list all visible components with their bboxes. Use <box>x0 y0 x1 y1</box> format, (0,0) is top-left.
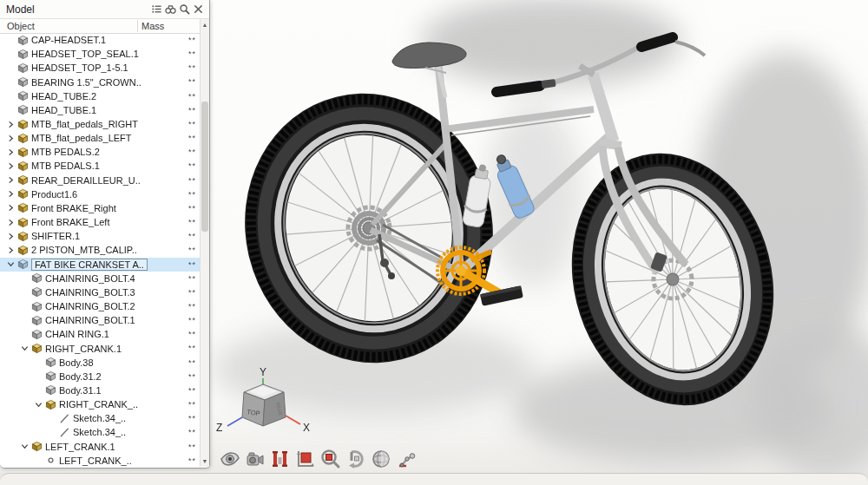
tree-row[interactable]: HEADSET_TOP_SEAL.1** <box>0 47 200 61</box>
tree-row[interactable]: HEAD_TUBE.2** <box>0 89 200 103</box>
tree-row[interactable]: FAT BIKE CRANKSET A..** <box>0 258 200 272</box>
list-icon[interactable] <box>150 2 164 16</box>
scroll-up-icon[interactable]: ▲ <box>201 19 209 30</box>
tree-row[interactable]: 2 PISTON_MTB_CALIP..** <box>0 243 200 257</box>
mass-value: ** <box>188 134 196 142</box>
pillars-icon <box>270 449 291 469</box>
tree-row[interactable]: Front BRAKE_Left** <box>0 215 200 229</box>
column-header-mass[interactable]: Mass <box>141 21 164 31</box>
tree-row[interactable]: CHAIN RING.1** <box>0 327 200 341</box>
tree-row-label: Body.31.2 <box>59 371 102 382</box>
mass-value: ** <box>188 344 196 352</box>
tree-row[interactable]: Body.31.2** <box>0 370 200 383</box>
globe-icon <box>371 449 391 469</box>
part-icon <box>44 384 57 396</box>
scroll-down-icon[interactable]: ▼ <box>201 456 209 467</box>
axis-y-label: Y <box>260 366 266 378</box>
tree-row[interactable]: CHAINRING_BOLT.4** <box>0 272 200 285</box>
mass-value: ** <box>188 260 196 269</box>
mass-value: ** <box>188 49 196 58</box>
tree-row[interactable]: CHAINRING_BOLT.2** <box>0 299 200 313</box>
tree-row[interactable]: SHIFTER.1** <box>0 229 200 243</box>
tree-row[interactable]: MTB_flat_pedals_RIGHT** <box>0 117 200 131</box>
tree-row[interactable]: HEAD_TUBE.1** <box>0 103 200 117</box>
tree-row[interactable]: REAR_DERAILLEUR_U..** <box>0 174 200 187</box>
camera-button[interactable] <box>244 447 266 471</box>
mass-value: ** <box>188 176 196 185</box>
tree-scrollbar[interactable]: ▲ ▼ <box>200 19 209 467</box>
tree-row[interactable]: Sketch.34_..** <box>0 425 200 439</box>
tree-row[interactable]: Front BRAKE_Right** <box>0 201 200 215</box>
part-icon <box>16 76 30 88</box>
eye-button[interactable] <box>219 447 241 471</box>
manipulator-button[interactable] <box>395 447 418 471</box>
tree-row-label: HEAD_TUBE.2 <box>31 91 96 102</box>
panel-titlebar: Model <box>0 0 209 19</box>
tree-row[interactable]: BEARING 1.5"_CROWN..** <box>0 75 200 88</box>
window-bottom-strip <box>0 473 868 485</box>
tree-row-label: MTB_flat_pedals_LEFT <box>31 133 132 143</box>
tree-row[interactable]: RIGHT_CRANK_..** <box>0 397 200 411</box>
expand-arrow-icon[interactable] <box>5 148 16 156</box>
tree-row[interactable]: CAP-HEADSET.1** <box>0 33 200 47</box>
part-icon <box>16 104 30 115</box>
tree-row[interactable]: Sketch.34_..** <box>0 411 200 425</box>
assembly-icon <box>16 147 30 158</box>
find-icon[interactable] <box>164 2 178 16</box>
tree-row-label: LEFT_CRANK.1 <box>45 442 115 452</box>
collapse-arrow-icon[interactable] <box>19 442 30 450</box>
tree-row-label: SHIFTER.1 <box>31 231 80 241</box>
tree-row-label: MTB PEDALS.1 <box>31 161 100 171</box>
part-icon <box>16 90 30 102</box>
tree-row[interactable]: Body.38** <box>0 356 200 370</box>
assembly-icon <box>16 161 30 172</box>
collapse-arrow-icon[interactable] <box>5 260 16 268</box>
tree-row-label: Front BRAKE_Right <box>31 203 116 213</box>
tree-row[interactable]: LEFT_CRANK.1** <box>0 440 200 454</box>
tree-row[interactable]: CHAINRING_BOLT.3** <box>0 285 200 299</box>
tree-row-label: Sketch.34_.. <box>73 413 126 423</box>
fit-all-button[interactable] <box>294 447 317 471</box>
tree-row[interactable]: MTB PEDALS.1** <box>0 159 200 173</box>
expand-arrow-icon[interactable] <box>5 219 16 226</box>
zoom-area-button[interactable] <box>319 447 342 471</box>
expand-arrow-icon[interactable] <box>5 176 16 184</box>
tree-row-label: RIGHT_CRANK.1 <box>45 344 122 354</box>
expand-arrow-icon[interactable] <box>5 233 16 240</box>
expand-arrow-icon[interactable] <box>5 121 16 128</box>
tree-row[interactable]: MTB PEDALS.2** <box>0 145 200 159</box>
expand-arrow-icon[interactable] <box>5 134 16 142</box>
collapse-arrow-icon[interactable] <box>33 401 44 409</box>
tree-row-label: Front BRAKE_Left <box>31 217 110 227</box>
sketch-icon <box>58 413 71 424</box>
sketch-icon <box>58 427 71 438</box>
pillars-button[interactable] <box>269 447 292 471</box>
expand-arrow-icon[interactable] <box>5 204 16 212</box>
tree-row[interactable]: CHAINRING_BOLT.1** <box>0 313 200 327</box>
tree-row-label: Sketch.34_.. <box>73 427 126 437</box>
scrollbar-thumb[interactable] <box>201 102 208 232</box>
tree-row-label: HEAD_TUBE.1 <box>31 105 96 115</box>
column-header-object[interactable]: Object <box>7 21 35 31</box>
rotate-view-button[interactable] <box>345 447 367 471</box>
tree-row[interactable]: Body.31.1** <box>0 383 200 397</box>
part-icon <box>44 370 57 382</box>
tree-row-label: MTB_flat_pedals_RIGHT <box>31 119 138 129</box>
tree-row-label: 2 PISTON_MTB_CALIP.. <box>31 245 137 255</box>
mass-value: ** <box>188 77 196 86</box>
tree-row[interactable]: RIGHT_CRANK.1** <box>0 341 200 355</box>
rotate-view-icon <box>345 449 366 469</box>
search-icon[interactable] <box>178 2 192 16</box>
expand-arrow-icon[interactable] <box>5 162 16 170</box>
expand-arrow-icon[interactable] <box>5 190 16 198</box>
collapse-arrow-icon[interactable] <box>19 344 30 352</box>
tree-row[interactable]: MTB_flat_pedals_LEFT** <box>0 131 200 145</box>
tree-row-label: CHAINRING_BOLT.4 <box>45 273 135 284</box>
close-icon[interactable] <box>192 2 206 16</box>
globe-button[interactable] <box>370 447 392 471</box>
tree-row[interactable]: Product1.6** <box>0 187 200 201</box>
mass-value: ** <box>188 414 196 423</box>
tree-row[interactable]: LEFT_CRANK_..** <box>0 454 200 467</box>
expand-arrow-icon[interactable] <box>5 246 16 254</box>
tree-row[interactable]: HEADSET_TOP_1-5.1** <box>0 61 200 75</box>
